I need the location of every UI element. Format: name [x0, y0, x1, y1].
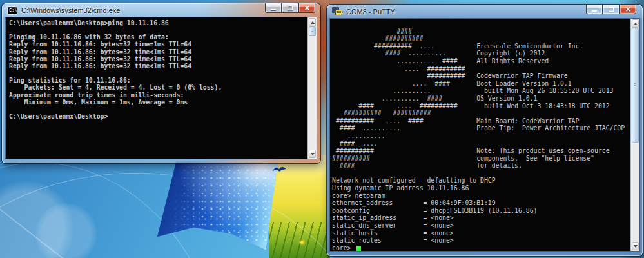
- arrow-up-icon: [634, 23, 638, 25]
- putty-scrollbar[interactable]: [630, 19, 639, 251]
- scroll-down-button[interactable]: [632, 242, 639, 250]
- minimize-icon: [591, 6, 598, 12]
- maximize-button[interactable]: [603, 5, 620, 14]
- cmd-terminal-area[interactable]: C:\Users\paulenmx\Desktop>ping 10.11.16.…: [6, 17, 317, 159]
- wallpaper-light-ray: [0, 194, 154, 258]
- wallpaper-lens-flare: [35, 203, 97, 258]
- terminal-output: #### ########## ########## .... Freescal…: [330, 19, 639, 251]
- desktop: C:\ C:\Windows\system32\cmd.exe C:\Users…: [0, 0, 644, 258]
- cmd-icon: C:\: [7, 6, 17, 15]
- arrow-up-icon: [311, 21, 315, 24]
- scroll-up-button[interactable]: [632, 19, 639, 28]
- scroll-down-button[interactable]: [309, 150, 316, 158]
- close-button[interactable]: [298, 3, 315, 13]
- cmd-window: C:\ C:\Windows\system32\cmd.exe C:\Users…: [2, 3, 320, 163]
- cmd-scrollbar[interactable]: [307, 17, 317, 159]
- minimize-button[interactable]: [586, 5, 603, 14]
- putty-window-title: COM8 - PuTTY: [346, 8, 395, 15]
- wallpaper-flower: [300, 240, 304, 244]
- flag-glare: [153, 159, 280, 253]
- putty-terminal-area[interactable]: #### ########## ########## .... Freescal…: [330, 19, 639, 251]
- wallpaper-windows-flag-pane: [153, 159, 280, 253]
- cmd-window-title: C:\Windows\system32\cmd.exe: [21, 6, 120, 14]
- maximize-icon: [608, 6, 614, 12]
- minimize-button[interactable]: [265, 3, 282, 13]
- close-button[interactable]: [620, 5, 636, 14]
- scrollbar-thumb[interactable]: [632, 28, 639, 143]
- close-icon: [625, 6, 631, 12]
- bird-silhouette-icon: [272, 165, 288, 174]
- putty-window: COM8 - PuTTY #### ########## ########## …: [327, 5, 643, 256]
- arrow-down-icon: [311, 153, 315, 155]
- putty-icon: [332, 7, 342, 16]
- terminal-cursor: [356, 246, 361, 251]
- arrow-down-icon: [634, 245, 638, 248]
- wallpaper-grass-strip: [269, 155, 330, 258]
- scrollbar-thumb[interactable]: [309, 26, 316, 36]
- maximize-icon: [287, 5, 293, 11]
- flag-dot-grid: [171, 166, 275, 242]
- close-icon: [304, 5, 310, 11]
- wallpaper-lens-flare: [0, 181, 74, 258]
- minimize-icon: [270, 5, 277, 11]
- maximize-button[interactable]: [282, 3, 298, 13]
- scroll-up-button[interactable]: [309, 18, 316, 26]
- wallpaper-light-arc: [0, 163, 226, 258]
- terminal-output: C:\Users\paulenmx\Desktop>ping 10.11.16.…: [6, 17, 317, 120]
- wallpaper-light-arc: [0, 173, 367, 258]
